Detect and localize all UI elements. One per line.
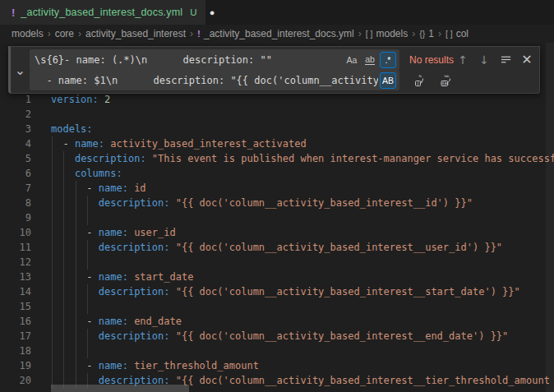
breadcrumb-item[interactable]: activity_based_interest [85,28,186,39]
replace-row: - name: $1\n description: "{{ doc('colum… [30,70,536,90]
code-token: user_id [128,227,176,238]
code-token: name: [99,360,128,371]
replace-input[interactable]: - name: $1\n description: "{{ doc('colum… [30,70,399,90]
code-line[interactable]: 7 - name: id [0,181,554,196]
breadcrumb-separator-icon: › [190,28,193,39]
indent-guide [63,329,64,344]
horizontal-scrollbar[interactable] [51,385,189,392]
code-token [51,286,99,297]
indent-guide [76,329,76,344]
close-icon[interactable]: ✕ [518,51,536,69]
indent-guide [52,240,53,255]
code-line[interactable]: 16 - name: end_date [0,314,554,329]
breadcrumb-item[interactable]: [ ]models [366,28,408,39]
indent-guide [63,284,64,299]
indent-guide [87,344,88,358]
code-line[interactable]: 17 description: "{{ doc('column__activit… [0,329,554,344]
indent-guide [87,329,88,344]
code-line[interactable]: 9 [0,210,554,225]
indent-guide [52,270,53,284]
regex-button[interactable]: .* [380,52,396,68]
code-token: "This event is published when interest-m… [146,153,554,164]
code-line[interactable]: 2 [0,107,554,122]
yaml-file-icon: ! [197,29,201,39]
line-number: 18 [0,344,51,358]
indent-guide [52,329,53,344]
code-line[interactable]: 10 - name: user_id [0,225,554,240]
indent-guide [63,240,64,255]
breadcrumb-label: models [376,28,408,39]
code-line-content: description: "{{ doc('column__activity_b… [51,240,554,255]
breadcrumb-separator-icon: › [412,28,415,39]
code-line[interactable]: 18 [0,344,554,358]
results-count-label: No results [409,54,454,66]
code-line[interactable]: 12 [0,255,554,270]
indent-guide [52,210,53,225]
code-token: "{{ doc('column__activity_based_interest… [170,330,509,342]
next-match-button[interactable]: ↓ [475,51,493,69]
code-token: "{{ doc('column__activity_based_interest… [170,197,473,209]
indent-guide [87,196,88,210]
line-number: 1 [0,92,51,107]
replace-icon[interactable]: ᶠᵇ c [411,71,429,90]
code-line[interactable]: 15 [0,299,554,314]
indent-guide [63,314,64,329]
find-row: \s{6}- name: (.*)\n description: "" Aa a… [30,49,536,70]
breadcrumb-item[interactable]: {}1 [419,28,434,39]
line-number: 12 [0,255,51,270]
breadcrumb: models›core›activity_based_interest›!_ac… [0,25,554,43]
breadcrumb-label: col [456,28,469,39]
git-untracked-badge: U [190,7,196,17]
indent-guide [76,181,76,196]
breadcrumb-item[interactable]: models [12,28,44,39]
line-number: 6 [0,166,51,181]
breadcrumb-separator-icon: › [358,28,362,39]
modified-dot-icon[interactable]: ● [210,8,215,17]
indent-guide [87,255,88,270]
editor[interactable]: ⌄ \s{6}- name: (.*)\n description: "" Aa… [0,43,554,392]
code-token: "{{ doc('column__activity_based_interest… [170,375,550,386]
code-line[interactable]: 11 description: "{{ doc('column__activit… [0,240,554,255]
code-line-content: columns: [51,166,554,181]
line-number: 5 [0,151,51,166]
code-line[interactable]: 4 - name: activity_based_interest_activa… [0,136,554,151]
code-line[interactable]: 13 - name: start_date [0,270,554,284]
indent-guide [63,358,64,373]
indent-guide [76,270,76,284]
line-number: 4 [0,136,51,151]
code-token: description: [75,153,146,164]
find-input[interactable]: \s{6}- name: (.*)\n description: "" Aa a… [30,49,399,70]
whole-word-button[interactable]: ab [362,52,378,68]
editor-tab[interactable]: ! _activity_based_interest_docs.yml U ● [0,0,205,25]
code-line[interactable]: 14 description: "{{ doc('column__activit… [0,284,554,299]
preserve-case-button[interactable]: AB [380,72,396,89]
breadcrumb-item[interactable]: !_activity_based_interest_docs.yml [197,28,354,39]
indent-guide [63,344,64,358]
breadcrumb-label: _activity_based_interest_docs.yml [204,28,354,39]
find-in-selection-icon[interactable] [496,51,515,69]
vertical-scrollbar[interactable] [546,43,554,392]
code-token: "{{ doc('column__activity_based_interest… [170,242,503,253]
breadcrumb-label: activity_based_interest [85,28,186,39]
code-line[interactable]: 6 columns: [0,166,554,181]
code-area[interactable]: 1version: 223models:4 - name: activity_b… [0,92,554,392]
code-line[interactable]: 1version: 2 [0,92,554,107]
indent-guide [87,240,88,255]
toggle-replace-chevron-icon[interactable]: ⌄ [11,47,30,93]
code-token: - [51,182,99,194]
code-line[interactable]: 19 - name: tier_threshold_amount [0,358,554,373]
code-token: columns: [75,168,122,179]
indent-guide [63,196,64,210]
breadcrumb-item[interactable]: [ ]col [446,28,469,39]
tab-title: _activity_based_interest_docs.yml [21,7,182,18]
code-token: - [51,138,75,150]
code-token: name: [75,138,104,150]
indent-guide [76,196,76,210]
match-case-button[interactable]: Aa [344,52,360,68]
code-line[interactable]: 8 description: "{{ doc('column__activity… [0,196,554,210]
replace-all-icon[interactable]: ᶠᵃᵇ ac [437,71,455,90]
code-line[interactable]: 5 description: "This event is published … [0,151,554,166]
breadcrumb-item[interactable]: core [55,28,74,39]
previous-match-button[interactable]: ↑ [454,51,472,69]
code-line[interactable]: 3models: [0,122,554,136]
